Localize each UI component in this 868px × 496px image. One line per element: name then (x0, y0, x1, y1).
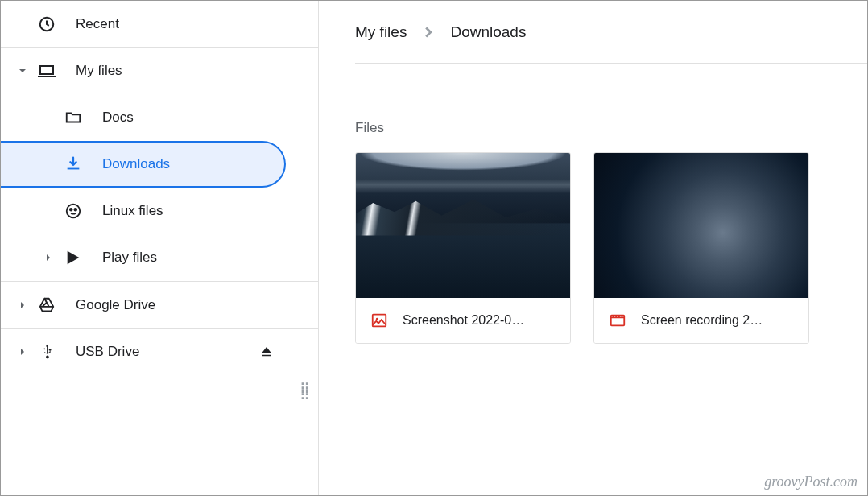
file-card[interactable]: Screen recording 2… (593, 152, 809, 344)
svg-rect-4 (373, 315, 386, 327)
svg-point-5 (376, 318, 378, 320)
sidebar-item-docs[interactable]: Docs (1, 94, 318, 141)
files-section-label: Files (355, 120, 867, 136)
image-file-icon (370, 312, 388, 329)
file-caption: Screenshot 2022-0… (356, 298, 570, 343)
main-pane: My files Downloads Files Screenshot 2022… (319, 1, 867, 495)
play-icon (64, 248, 83, 267)
clock-icon (37, 14, 56, 34)
sidebar-item-myfiles[interactable]: My files (1, 48, 318, 94)
svg-point-3 (74, 209, 76, 211)
file-card[interactable]: Screenshot 2022-0… (355, 152, 571, 344)
folder-icon (64, 108, 83, 127)
file-caption: Screen recording 2… (594, 298, 808, 343)
breadcrumb-current: Downloads (450, 23, 526, 41)
sidebar-item-downloads[interactable]: Downloads (1, 141, 286, 188)
sidebar-item-gdrive[interactable]: Google Drive (1, 281, 318, 328)
sidebar: Recent My files Docs Downloads (1, 1, 319, 495)
expand-arrow-icon[interactable] (19, 301, 27, 309)
gdrive-icon (37, 296, 56, 315)
usb-icon (37, 342, 56, 362)
expand-arrow-icon[interactable] (19, 67, 27, 75)
breadcrumb: My files Downloads (355, 1, 867, 64)
sidebar-label: Downloads (102, 156, 284, 172)
download-icon (64, 155, 83, 174)
expand-arrow-icon[interactable] (44, 254, 52, 262)
sidebar-item-recent[interactable]: Recent (1, 1, 318, 48)
sidebar-item-usb[interactable]: USB Drive (1, 328, 318, 374)
laptop-icon (37, 61, 56, 81)
sidebar-label: Linux files (102, 203, 318, 219)
sidebar-label: USB Drive (76, 344, 318, 360)
file-thumbnail (356, 153, 570, 298)
sidebar-item-linux[interactable]: Linux files (1, 188, 318, 234)
sidebar-label: Google Drive (76, 297, 318, 313)
linux-icon (64, 201, 83, 221)
sidebar-label: Recent (76, 16, 318, 32)
svg-point-2 (70, 209, 72, 211)
sidebar-label: Play files (102, 250, 318, 266)
svg-point-1 (67, 205, 81, 218)
expand-arrow-icon[interactable] (19, 348, 27, 356)
breadcrumb-root[interactable]: My files (355, 23, 407, 41)
files-grid: Screenshot 2022-0… Screen recording 2… (355, 152, 867, 344)
drag-handle-icon[interactable]: ⠿⠿ (300, 386, 312, 399)
sidebar-label: Docs (102, 110, 318, 126)
eject-button[interactable] (259, 345, 274, 359)
file-name: Screen recording 2… (641, 313, 763, 328)
sidebar-item-playfiles[interactable]: Play files (1, 234, 318, 281)
video-file-icon (609, 312, 626, 329)
file-thumbnail (594, 153, 808, 298)
file-name: Screenshot 2022-0… (403, 313, 524, 328)
watermark: groovyPost.com (764, 473, 858, 490)
chevron-right-icon (423, 27, 434, 38)
sidebar-label: My files (76, 63, 318, 79)
